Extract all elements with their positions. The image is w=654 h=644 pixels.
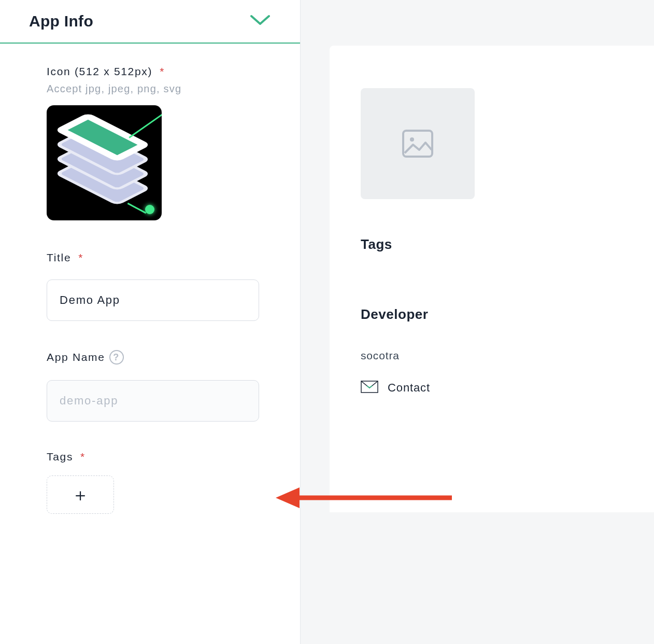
preview-panel: Tags Developer socotra Contact [301,0,654,644]
developer-heading: Developer [361,306,623,323]
contact-label: Contact [388,381,430,395]
developer-name: socotra [361,349,623,362]
tags-field-label: Tags * [47,451,271,463]
preview-card: Tags Developer socotra Contact [330,46,654,512]
plus-icon: ＋ [72,486,89,503]
section-title: App Info [29,12,93,30]
icon-helper-text: Accept jpg, jpeg, png, svg [47,83,271,95]
help-icon[interactable]: ? [109,350,124,365]
mail-icon [361,381,378,395]
required-mark: * [78,251,83,264]
title-input[interactable] [47,279,259,321]
icon-label-text: Icon (512 x 512px) [47,65,152,78]
image-icon [402,129,434,158]
svg-rect-0 [403,131,432,157]
required-mark: * [160,65,165,78]
appname-input [47,380,259,422]
add-tag-button[interactable]: ＋ [47,475,114,514]
required-mark: * [80,451,86,463]
title-label-text: Title [47,251,71,264]
tags-label-text: Tags [47,451,73,463]
title-field-label: Title * [47,251,271,264]
app-info-panel: App Info Icon (512 x 512px) * Accept jpg… [0,0,301,644]
svg-point-1 [410,137,414,142]
contact-link[interactable]: Contact [361,381,623,395]
database-stack-icon [58,116,151,209]
icon-preview[interactable] [47,105,162,220]
tags-heading: Tags [361,236,623,253]
icon-field-label: Icon (512 x 512px) * [47,65,271,78]
appname-field-label: App Name ? [47,350,271,365]
section-header[interactable]: App Info [0,0,300,44]
chevron-down-icon [249,13,271,29]
appname-label-text: App Name [47,351,105,363]
icon-placeholder [361,88,475,199]
